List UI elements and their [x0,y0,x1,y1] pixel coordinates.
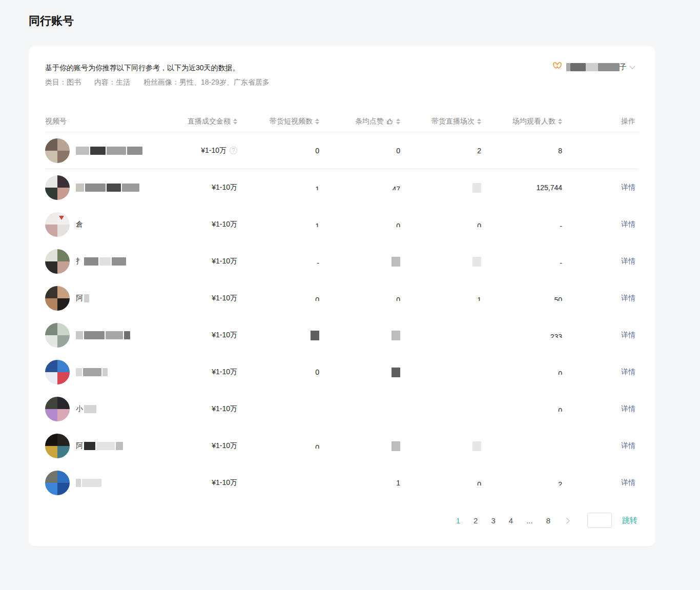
sort-caret-icon [558,118,562,125]
redacted-block [76,479,81,487]
avatar [45,212,70,237]
table-row: ¥1-10万? 0 0 2 8 [45,132,639,169]
short-videos-cell: 1 [237,222,319,227]
account-name: 阿 [76,294,89,303]
help-icon[interactable]: ? [230,147,237,154]
gmv-cell: ¥1-10万 [174,257,237,266]
page-title: 同行账号 [29,13,74,29]
cell-value: 0 [477,480,481,485]
short-videos-cell: 0 [237,147,319,155]
column-header-live_sessions[interactable]: 带货直播场次 [400,117,481,126]
action-cell: 详情 [562,404,639,414]
meta-item: 类目：图书 [45,78,81,86]
redacted-block [90,147,106,155]
short-videos-cell: - [237,259,319,264]
column-header-avg_likes[interactable]: 条均点赞 [319,117,400,126]
page-button-3[interactable]: 3 [491,516,495,525]
detail-link[interactable]: 详情 [621,441,635,451]
column-label: 视频号 [45,117,67,126]
account-name: 倉 [76,220,83,229]
account-cell [45,471,174,495]
detail-link[interactable]: 详情 [621,183,635,192]
channels-logo-icon [552,62,563,72]
account-cell: 阿 [45,434,174,458]
avg-viewers-cell: 2 [481,480,562,485]
column-header-avg_viewers[interactable]: 场均观看人数 [481,117,562,126]
detail-link[interactable]: 详情 [621,368,635,377]
cell-value: 1 [477,296,481,301]
account-cell: 阿 [45,286,174,311]
cell-value: 125,744 [536,184,562,192]
chevron-down-icon [629,63,635,69]
column-label: 条均点赞 [355,117,384,126]
account-name: 小 [76,404,96,414]
avg-viewers-cell: - [481,259,562,264]
name-fragment: 倉 [76,220,83,229]
jump-button[interactable]: 跳转 [622,516,637,525]
page-button-2[interactable]: 2 [473,516,478,525]
account-name [76,147,142,155]
redacted-value [472,183,481,193]
account-cell [45,360,174,384]
gmv-cell: ¥1-10万 [174,478,237,487]
action-cell: 详情 [562,441,639,451]
short-videos-cell: 0 [237,368,319,376]
avatar [45,471,70,495]
name-fragment: 阿 [76,441,83,451]
account-cell [45,175,174,200]
redacted-block [99,257,111,266]
redacted-block [76,331,83,339]
column-header-short_videos[interactable]: 带货短视频数 [237,117,319,126]
detail-link[interactable]: 详情 [621,404,635,414]
live-sessions-cell [400,183,481,193]
page-button-4[interactable]: 4 [509,516,513,525]
short-videos-cell: 0 [237,296,319,301]
column-header-gmv[interactable]: 直播成交金额 [174,117,237,126]
avg-likes-cell [319,368,400,377]
column-label: 带货直播场次 [431,117,475,126]
redacted-block [76,184,84,192]
detail-link[interactable]: 详情 [621,257,635,266]
account-cell: 倉 [45,212,174,237]
table-row: ¥1-10万 233 详情 [45,317,639,354]
action-cell: 详情 [562,220,639,229]
redacted-block [84,331,105,339]
cell-value: 233 [550,333,562,338]
avg-viewers-cell: 233 [481,333,562,338]
avatar [45,286,70,311]
redacted-block [107,147,126,155]
next-page-button[interactable] [564,518,570,523]
redacted-block [127,147,142,155]
account-picker[interactable]: 子 [552,62,634,72]
detail-link[interactable]: 详情 [621,331,635,340]
cell-value: 0 [558,370,562,375]
page-button-8[interactable]: 8 [546,516,550,525]
avatar [45,397,70,421]
meta-item: 粉丝画像：男性、18-29岁、广东省居多 [143,78,270,86]
page-button-1[interactable]: 1 [456,516,460,525]
redacted-value [392,331,400,340]
account-name [76,368,108,376]
cell-value: 2 [477,147,481,155]
account-name [76,184,139,192]
action-cell: 详情 [562,368,639,377]
avg-viewers-cell: 0 [481,370,562,375]
account-cell [45,138,174,163]
avg-viewers-cell: - [481,222,562,227]
table-row: ¥1-10万 1 0 2 详情 [45,464,639,501]
jump-page-input[interactable] [587,513,612,528]
detail-link[interactable]: 详情 [621,478,635,487]
redacted-value [392,441,400,451]
redacted-block [76,147,89,155]
redacted-block [76,368,82,376]
avg-likes-cell [319,257,400,267]
avatar [45,138,70,163]
detail-link[interactable]: 详情 [621,294,635,303]
detail-link[interactable]: 详情 [621,220,635,229]
thumbs-up-icon [386,118,394,125]
gmv-cell: ¥1-10万 [174,441,237,451]
avatar [45,249,70,274]
cell-value: 0 [315,368,319,376]
cell-value: 0 [396,296,400,301]
column-header-action: 操作 [562,117,639,126]
